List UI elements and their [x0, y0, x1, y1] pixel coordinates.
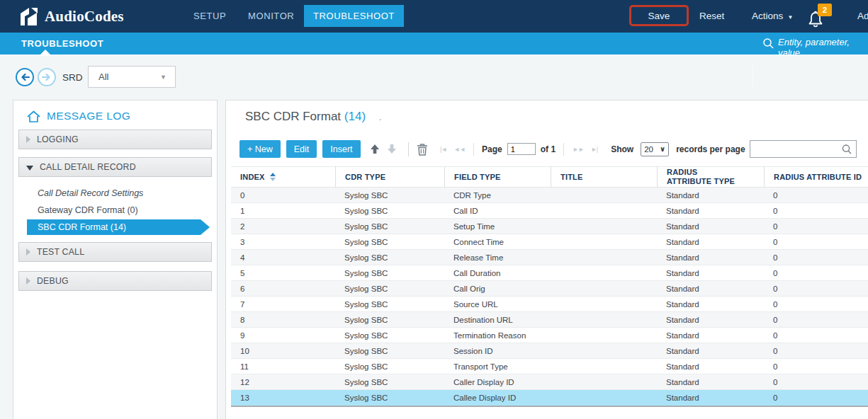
cell-field-type: CDR Type	[444, 191, 551, 200]
sort-ascending-icon	[270, 173, 276, 176]
cell-index: 6	[231, 285, 335, 293]
table-search-input[interactable]	[750, 141, 840, 157]
pagination: |◄ ◄◄ Page of 1 ►► ►| Show 20 ∨ records …	[436, 140, 748, 158]
cell-index: 3	[231, 238, 335, 246]
cell-radius-attribute-type: Standard	[657, 269, 764, 277]
previous-page-button[interactable]: ◄◄	[453, 146, 465, 153]
table-row[interactable]: 12Syslog SBCCaller Display IDStandard0	[231, 374, 868, 390]
save-button[interactable]: Save	[648, 11, 670, 21]
sidebar-item-gateway-cdr-format[interactable]: Gateway CDR Format (0)	[13, 202, 217, 218]
cell-radius-attribute-type: Standard	[657, 331, 764, 340]
column-header-cdr-type[interactable]: CDR TYPE	[335, 166, 444, 188]
srd-dropdown-value: All	[98, 71, 108, 82]
cell-index: 12	[231, 378, 335, 386]
page-of-label: of 1	[541, 144, 556, 154]
table-search-box	[750, 140, 857, 158]
sidebar-group-debug[interactable]: DEBUG	[18, 271, 212, 291]
cell-cdr-type: Syslog SBC	[335, 253, 444, 262]
cell-radius-attribute-id: 0	[764, 207, 868, 215]
cell-radius-attribute-type: Standard	[657, 222, 764, 231]
srd-label: SRD	[62, 72, 83, 83]
forward-button[interactable]	[38, 68, 56, 86]
last-page-button[interactable]: ►|	[591, 146, 597, 153]
cell-field-type: Connect Time	[444, 238, 551, 246]
user-menu[interactable]: Ad	[857, 11, 868, 21]
edit-button[interactable]: Edit	[286, 140, 317, 158]
sidebar-item-call-detail-record-settings[interactable]: Call Detail Record Settings	[13, 185, 217, 201]
column-header-title[interactable]: TITLE	[551, 166, 657, 188]
column-header-index[interactable]: INDEX	[231, 166, 335, 188]
table-row[interactable]: 5Syslog SBCCall DurationStandard0	[231, 265, 868, 281]
sort-icon[interactable]	[270, 173, 276, 181]
arrow-left-icon	[20, 73, 30, 81]
cell-index: 1	[231, 207, 335, 215]
cell-radius-attribute-id: 0	[764, 362, 868, 371]
chevron-down-icon: ▼	[786, 14, 793, 21]
new-button[interactable]: + New	[239, 140, 281, 158]
tab-setup[interactable]: SETUP	[193, 11, 226, 21]
table-row[interactable]: 11Syslog SBCTransport TypeStandard0	[231, 359, 868, 374]
insert-button[interactable]: Insert	[322, 140, 360, 158]
column-header-radius-attribute-type[interactable]: RADIUS ATTRIBUTE TYPE	[657, 166, 764, 188]
sidebar-item-sbc-cdr-format[interactable]: SBC CDR Format (14)	[27, 219, 201, 235]
sidebar-group-call-detail-record[interactable]: CALL DETAIL RECORD	[18, 157, 212, 177]
table-row[interactable]: 6Syslog SBCCall OrigStandard0	[231, 281, 868, 297]
tab-troubleshoot[interactable]: TROUBLESHOOT	[304, 5, 404, 27]
notifications-button[interactable]: 2	[806, 4, 835, 32]
cell-field-type: Call ID	[444, 207, 551, 215]
first-page-button[interactable]: |◄	[440, 146, 446, 153]
cell-index: 11	[231, 362, 335, 371]
srd-dropdown[interactable]: All ▼	[88, 66, 176, 88]
table-row[interactable]: 9Syslog SBCTermination ReasonStandard0	[231, 328, 868, 343]
cell-field-type: Session ID	[444, 347, 551, 355]
table-row[interactable]: 0Syslog SBCCDR TypeStandard0	[231, 188, 868, 203]
table-row[interactable]: 3Syslog SBCConnect TimeStandard0	[231, 234, 868, 250]
sidebar-group-test-call[interactable]: TEST CALL	[18, 242, 212, 262]
back-button[interactable]	[16, 68, 34, 86]
cell-cdr-type: Syslog SBC	[335, 285, 444, 293]
cell-cdr-type: Syslog SBC	[335, 238, 444, 246]
cell-radius-attribute-id: 0	[764, 238, 868, 246]
save-highlight-box: Save	[629, 5, 689, 26]
reset-button[interactable]: Reset	[699, 11, 724, 21]
tab-monitor[interactable]: MONITOR	[248, 11, 294, 21]
table-row[interactable]: 13Syslog SBCCallee Display IDStandard0	[231, 390, 868, 406]
next-page-button[interactable]: ►►	[573, 146, 584, 153]
chevron-right-icon	[26, 136, 30, 143]
table-row[interactable]: 2Syslog SBCSetup TimeStandard0	[231, 219, 868, 234]
page-number-input[interactable]	[507, 143, 536, 155]
cell-cdr-type: Syslog SBC	[335, 331, 444, 340]
cell-index: 9	[231, 331, 335, 340]
table-row[interactable]: 7Syslog SBCSource URLStandard0	[231, 297, 868, 312]
cell-radius-attribute-id: 0	[764, 316, 868, 324]
cell-radius-attribute-type: Standard	[657, 394, 764, 402]
cell-radius-attribute-id: 0	[764, 378, 868, 386]
actions-menu-button[interactable]: Actions ▼	[752, 11, 793, 21]
delete-button[interactable]	[417, 143, 428, 156]
table-row[interactable]: 1Syslog SBCCall IDStandard0	[231, 203, 868, 219]
global-search-input[interactable]: Entity, parameter, value	[778, 37, 868, 58]
sidebar-group-logging[interactable]: LOGGING	[18, 130, 212, 149]
column-header-radius-attribute-id[interactable]: RADIUS ATTRIBUTE ID	[764, 166, 868, 188]
table-row[interactable]: 10Syslog SBCSession IDStandard0	[231, 343, 868, 359]
page-title: SBC CDR Format (14) .	[245, 110, 382, 124]
cell-cdr-type: Syslog SBC	[335, 191, 444, 200]
sidebar-group-items: Call Detail Record Settings Gateway CDR …	[13, 185, 217, 235]
sidebar-header-message-log[interactable]: MESSAGE LOG	[13, 101, 217, 130]
show-label: Show	[611, 144, 633, 154]
top-bar: AudioCodes SETUP MONITOR TROUBLESHOOT Sa…	[0, 0, 868, 33]
move-up-button[interactable]	[370, 144, 380, 154]
brand-logo[interactable]: AudioCodes	[18, 6, 124, 26]
chevron-right-icon	[26, 248, 30, 256]
cell-radius-attribute-id: 0	[764, 191, 868, 200]
column-header-field-type[interactable]: FIELD TYPE	[444, 166, 551, 188]
search-icon[interactable]	[841, 144, 852, 155]
cell-radius-attribute-id: 0	[764, 269, 868, 277]
arrow-right-icon	[42, 73, 52, 81]
move-down-button[interactable]	[387, 144, 397, 154]
table-row[interactable]: 4Syslog SBCRelease TimeStandard0	[231, 250, 868, 265]
table-row[interactable]: 8Syslog SBCDestination URLStandard0	[231, 312, 868, 328]
page-size-select[interactable]: 20 ∨	[641, 142, 669, 156]
arrow-up-icon	[370, 144, 380, 154]
cell-cdr-type: Syslog SBC	[335, 269, 444, 277]
